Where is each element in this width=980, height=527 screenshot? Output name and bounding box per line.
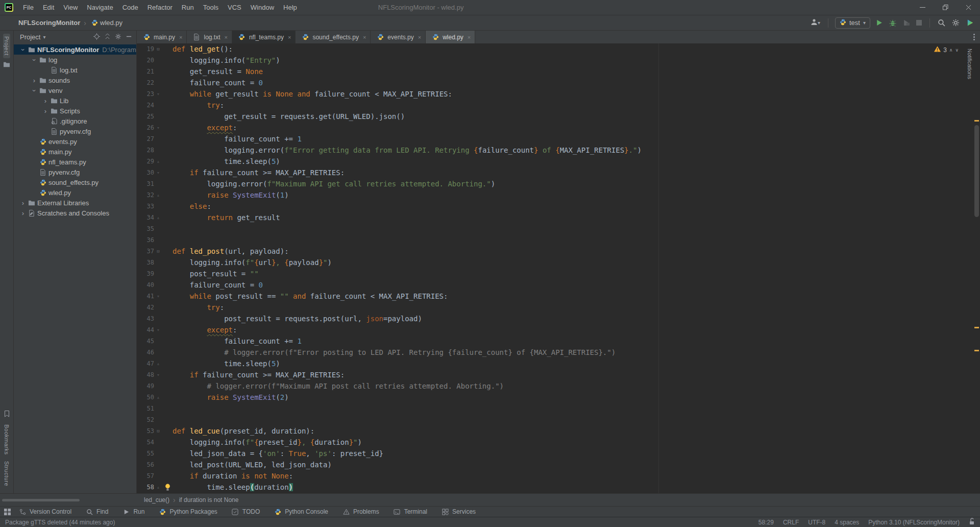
code-line[interactable]: 45 failure_count += 1: [137, 336, 973, 347]
tree-chevron-icon[interactable]: ›: [41, 107, 50, 115]
menu-run[interactable]: Run: [177, 0, 199, 15]
notifications-stripe-label[interactable]: Notifications: [967, 49, 973, 79]
code-line[interactable]: 20 logging.info("Entry"): [137, 55, 973, 66]
tool-stripe-bookmarks[interactable]: Bookmarks: [4, 421, 10, 458]
code-line[interactable]: 56 led_post(URL_WLED, led_json_data): [137, 459, 973, 470]
minimize-button[interactable]: [911, 0, 934, 15]
code-line[interactable]: 32▵ raise SystemExit(1): [137, 189, 973, 201]
colorful-play-icon[interactable]: [965, 18, 975, 28]
collapse-all-icon[interactable]: [104, 33, 111, 41]
code-line[interactable]: 53⊟def led_cue(preset_id, duration):: [137, 425, 973, 437]
project-panel-header[interactable]: Project ▾: [14, 31, 136, 43]
fold-marker-icon[interactable]: ▿: [154, 91, 162, 97]
debug-button[interactable]: [888, 18, 897, 28]
tree-item[interactable]: ›Scripts: [14, 106, 136, 116]
menu-navigate[interactable]: Navigate: [82, 0, 117, 15]
unlocked-padlock-icon[interactable]: [969, 518, 975, 526]
toolwindow-python-packages[interactable]: Python Packages: [158, 508, 217, 515]
code-line[interactable]: 44▿ except:: [137, 324, 973, 336]
fold-marker-icon[interactable]: ▿: [154, 327, 162, 332]
close-button[interactable]: [957, 0, 980, 15]
tree-chevron-icon[interactable]: ›: [30, 77, 38, 84]
tree-item[interactable]: sound_effects.py: [14, 177, 136, 187]
tree-item[interactable]: .gitignore: [14, 116, 136, 126]
code-line[interactable]: 54 logging.info(f"{preset_id}, {duration…: [137, 437, 973, 448]
code-line[interactable]: 33 else:: [137, 201, 973, 212]
tree-item[interactable]: ›Scratches and Consoles: [14, 208, 136, 218]
tree-chevron-icon[interactable]: ›: [19, 45, 27, 54]
prev-issue-icon[interactable]: ∧: [949, 48, 953, 52]
code-line[interactable]: 25 get_result = requests.get(URL_WLED).j…: [137, 111, 973, 122]
run-config-selector[interactable]: test ▾: [835, 17, 870, 29]
toolwindow-python-console[interactable]: Python Console: [273, 508, 328, 515]
tree-item[interactable]: nfl_teams.py: [14, 157, 136, 167]
tab-close-icon[interactable]: ×: [363, 34, 366, 40]
run-with-coverage-button[interactable]: [902, 18, 911, 27]
fold-marker-icon[interactable]: ⊟: [154, 428, 162, 434]
fold-marker-icon[interactable]: ⊟: [154, 249, 162, 254]
code-line[interactable]: 40 failure_count = 0: [137, 279, 973, 291]
breadcrumb-statement[interactable]: if duration is not None: [179, 496, 239, 504]
warning-stripe-mark[interactable]: [974, 327, 979, 328]
tab-log-txt[interactable]: log.txt×: [187, 31, 232, 43]
fold-marker-icon[interactable]: ▵: [154, 485, 162, 490]
tab-sound_effects-py[interactable]: sound_effects.py×: [296, 31, 371, 43]
code-line[interactable]: 57 if duration is not None:: [137, 470, 973, 482]
fold-marker-icon[interactable]: ▵: [154, 395, 162, 400]
toolwindow-run[interactable]: Run: [121, 508, 144, 515]
code-line[interactable]: 42 try:: [137, 302, 973, 313]
editor-scrollbar[interactable]: [973, 43, 980, 493]
pycharm-logo-icon[interactable]: PC: [5, 3, 13, 12]
menu-vcs[interactable]: VCS: [223, 0, 246, 15]
menu-code[interactable]: Code: [118, 0, 143, 15]
code-line[interactable]: 51: [137, 403, 973, 414]
tree-item[interactable]: ›Lib: [14, 95, 136, 106]
tree-item[interactable]: pyvenv.cfg: [14, 167, 136, 177]
toolwindow-todo[interactable]: TODO: [231, 508, 260, 515]
tool-stripe-structure[interactable]: Structure: [4, 458, 10, 489]
tree-item[interactable]: ›log: [14, 55, 136, 65]
fold-marker-icon[interactable]: ▿: [154, 372, 162, 377]
tree-item[interactable]: pyvenv.cfg: [14, 126, 136, 136]
tree-chevron-icon[interactable]: ›: [19, 209, 27, 217]
toolwindow-version-control[interactable]: Version Control: [18, 508, 71, 515]
tree-item[interactable]: main.py: [14, 147, 136, 157]
status-line-ending[interactable]: CRLF: [783, 519, 799, 526]
tab-close-icon[interactable]: ×: [418, 34, 421, 40]
tree-item[interactable]: ›venv: [14, 85, 136, 95]
code-editor[interactable]: 19⊟def led_get():20 logging.info("Entry"…: [137, 43, 980, 493]
breadcrumb-project[interactable]: NFLScoringMonitor: [18, 19, 80, 27]
code-line[interactable]: 29▵ time.sleep(5): [137, 156, 973, 167]
tab-events-py[interactable]: events.py×: [371, 31, 426, 43]
tree-chevron-icon[interactable]: ›: [41, 97, 50, 105]
code-line[interactable]: 35: [137, 223, 973, 234]
fold-marker-icon[interactable]: ▵: [154, 361, 162, 366]
status-message[interactable]: Package gTTS deleted (44 minutes ago): [5, 519, 115, 526]
tree-item[interactable]: events.py: [14, 136, 136, 147]
status-caret-position[interactable]: 58:29: [758, 519, 774, 526]
code-line[interactable]: 48▿ if failure_count >= MAX_API_RETRIES:: [137, 369, 973, 380]
tab-close-icon[interactable]: ×: [179, 34, 182, 40]
fold-marker-icon[interactable]: ▿: [154, 125, 162, 130]
tree-chevron-icon[interactable]: ›: [31, 86, 38, 94]
tree-chevron-icon[interactable]: ›: [31, 56, 38, 64]
tab-wled-py[interactable]: wled.py×: [426, 31, 475, 43]
fold-marker-icon[interactable]: ▿: [154, 170, 162, 175]
commit-tool-icon[interactable]: [3, 58, 10, 71]
tab-close-icon[interactable]: ×: [468, 34, 471, 40]
code-line[interactable]: 36: [137, 234, 973, 246]
status-indent-style[interactable]: 4 spaces: [835, 519, 859, 526]
code-line[interactable]: 21 get_result = None: [137, 66, 973, 77]
fold-marker-icon[interactable]: ▵: [154, 193, 162, 198]
toolwindow-find[interactable]: Find: [85, 508, 108, 515]
fold-marker-icon[interactable]: ▿: [154, 294, 162, 299]
tree-item[interactable]: ›External Libraries: [14, 198, 136, 208]
tab-main-py[interactable]: main.py×: [137, 31, 187, 43]
tree-chevron-icon[interactable]: ›: [19, 199, 27, 207]
locate-file-icon[interactable]: [93, 33, 100, 41]
code-line[interactable]: 23▿ while get_result is None and failure…: [137, 88, 973, 100]
next-issue-icon[interactable]: ∨: [955, 48, 959, 52]
code-line[interactable]: 26▿ except:: [137, 122, 973, 133]
menu-refactor[interactable]: Refactor: [143, 0, 177, 15]
fold-marker-icon[interactable]: ▵: [154, 215, 162, 220]
